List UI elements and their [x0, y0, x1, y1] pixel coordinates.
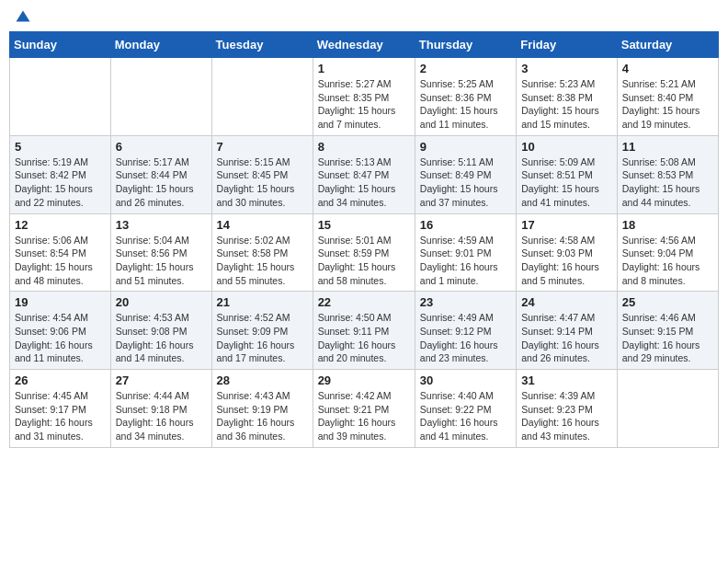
day-of-week-header: Tuesday [211, 32, 313, 58]
calendar-cell [110, 58, 211, 136]
day-info: Sunrise: 4:59 AMSunset: 9:01 PMDaylight:… [420, 234, 511, 288]
day-info: Sunrise: 5:02 AMSunset: 8:58 PMDaylight:… [217, 234, 308, 288]
calendar-cell: 23Sunrise: 4:49 AMSunset: 9:12 PMDayligh… [415, 292, 516, 370]
calendar-week-row: 19Sunrise: 4:54 AMSunset: 9:06 PMDayligh… [10, 292, 719, 370]
calendar-cell: 1Sunrise: 5:27 AMSunset: 8:35 PMDaylight… [313, 58, 415, 136]
day-number: 27 [116, 373, 207, 387]
calendar-cell: 20Sunrise: 4:53 AMSunset: 9:08 PMDayligh… [110, 292, 211, 370]
day-info: Sunrise: 5:13 AMSunset: 8:47 PMDaylight:… [318, 155, 410, 210]
day-info: Sunrise: 5:11 AMSunset: 8:49 PMDaylight:… [420, 155, 511, 210]
day-number: 30 [420, 373, 511, 387]
calendar-cell: 13Sunrise: 5:04 AMSunset: 8:56 PMDayligh… [110, 213, 211, 292]
day-info: Sunrise: 4:49 AMSunset: 9:12 PMDaylight:… [420, 311, 511, 365]
day-info: Sunrise: 5:23 AMSunset: 8:38 PMDaylight:… [521, 77, 612, 132]
day-number: 25 [622, 295, 713, 309]
day-info: Sunrise: 4:52 AMSunset: 9:09 PMDaylight:… [217, 311, 308, 365]
day-number: 5 [15, 140, 106, 154]
day-info: Sunrise: 4:43 AMSunset: 9:19 PMDaylight:… [217, 389, 308, 443]
day-number: 20 [116, 295, 207, 309]
day-info: Sunrise: 5:06 AMSunset: 8:54 PMDaylight:… [15, 234, 106, 288]
page-header [9, 9, 719, 26]
day-info: Sunrise: 4:47 AMSunset: 9:14 PMDaylight:… [521, 311, 612, 365]
day-number: 13 [116, 218, 207, 232]
day-info: Sunrise: 4:53 AMSunset: 9:08 PMDaylight:… [116, 311, 207, 365]
day-number: 1 [318, 62, 410, 75]
day-info: Sunrise: 5:01 AMSunset: 8:59 PMDaylight:… [318, 234, 410, 288]
day-of-week-header: Saturday [617, 32, 718, 58]
calendar-cell: 3Sunrise: 5:23 AMSunset: 8:38 PMDaylight… [517, 58, 618, 136]
calendar-cell: 12Sunrise: 5:06 AMSunset: 8:54 PMDayligh… [10, 213, 111, 292]
day-info: Sunrise: 5:17 AMSunset: 8:44 PMDaylight:… [116, 155, 207, 210]
calendar-table: SundayMondayTuesdayWednesdayThursdayFrid… [9, 31, 719, 448]
calendar-cell: 17Sunrise: 4:58 AMSunset: 9:03 PMDayligh… [517, 213, 618, 292]
day-number: 28 [217, 373, 308, 387]
calendar-cell: 18Sunrise: 4:56 AMSunset: 9:04 PMDayligh… [617, 213, 718, 292]
day-number: 7 [217, 140, 308, 154]
day-number: 3 [521, 62, 612, 75]
day-number: 2 [420, 62, 511, 75]
day-info: Sunrise: 5:15 AMSunset: 8:45 PMDaylight:… [217, 155, 308, 210]
day-number: 22 [318, 295, 410, 309]
day-info: Sunrise: 4:40 AMSunset: 9:22 PMDaylight:… [420, 389, 511, 443]
day-number: 11 [622, 140, 713, 154]
calendar-cell: 16Sunrise: 4:59 AMSunset: 9:01 PMDayligh… [415, 213, 516, 292]
svg-marker-0 [17, 11, 30, 22]
day-number: 15 [318, 218, 410, 232]
day-number: 17 [521, 218, 612, 232]
calendar-cell: 9Sunrise: 5:11 AMSunset: 8:49 PMDaylight… [415, 135, 516, 213]
day-info: Sunrise: 4:46 AMSunset: 9:15 PMDaylight:… [622, 311, 713, 365]
calendar-cell: 8Sunrise: 5:13 AMSunset: 8:47 PMDaylight… [313, 135, 415, 213]
day-number: 12 [15, 218, 106, 232]
day-info: Sunrise: 5:25 AMSunset: 8:36 PMDaylight:… [420, 77, 511, 132]
day-number: 26 [15, 373, 106, 387]
calendar-cell: 29Sunrise: 4:42 AMSunset: 9:21 PMDayligh… [313, 370, 415, 448]
day-info: Sunrise: 4:44 AMSunset: 9:18 PMDaylight:… [116, 389, 207, 443]
day-of-week-header: Thursday [415, 32, 516, 58]
day-info: Sunrise: 5:27 AMSunset: 8:35 PMDaylight:… [318, 77, 410, 132]
day-number: 4 [622, 62, 713, 75]
day-info: Sunrise: 5:21 AMSunset: 8:40 PMDaylight:… [622, 77, 713, 132]
day-number: 6 [116, 140, 207, 154]
calendar-cell: 2Sunrise: 5:25 AMSunset: 8:36 PMDaylight… [415, 58, 516, 136]
calendar-cell [211, 58, 313, 136]
calendar-cell: 14Sunrise: 5:02 AMSunset: 8:58 PMDayligh… [211, 213, 313, 292]
day-number: 18 [622, 218, 713, 232]
day-number: 23 [420, 295, 511, 309]
day-number: 8 [318, 140, 410, 154]
calendar-week-row: 5Sunrise: 5:19 AMSunset: 8:42 PMDaylight… [10, 135, 719, 213]
calendar-cell: 31Sunrise: 4:39 AMSunset: 9:23 PMDayligh… [517, 370, 618, 448]
day-info: Sunrise: 4:39 AMSunset: 9:23 PMDaylight:… [521, 389, 612, 443]
calendar-cell: 24Sunrise: 4:47 AMSunset: 9:14 PMDayligh… [517, 292, 618, 370]
calendar-cell: 28Sunrise: 4:43 AMSunset: 9:19 PMDayligh… [211, 370, 313, 448]
day-info: Sunrise: 4:42 AMSunset: 9:21 PMDaylight:… [318, 389, 410, 443]
day-info: Sunrise: 4:50 AMSunset: 9:11 PMDaylight:… [318, 311, 410, 365]
calendar-cell: 27Sunrise: 4:44 AMSunset: 9:18 PMDayligh… [110, 370, 211, 448]
day-number: 10 [521, 140, 612, 154]
day-number: 21 [217, 295, 308, 309]
calendar-week-row: 12Sunrise: 5:06 AMSunset: 8:54 PMDayligh… [10, 213, 719, 292]
day-number: 19 [15, 295, 106, 309]
day-number: 24 [521, 295, 612, 309]
day-info: Sunrise: 4:45 AMSunset: 9:17 PMDaylight:… [15, 389, 106, 443]
calendar-cell: 22Sunrise: 4:50 AMSunset: 9:11 PMDayligh… [313, 292, 415, 370]
day-number: 14 [217, 218, 308, 232]
day-of-week-header: Sunday [10, 32, 111, 58]
calendar-cell: 5Sunrise: 5:19 AMSunset: 8:42 PMDaylight… [10, 135, 111, 213]
day-info: Sunrise: 4:54 AMSunset: 9:06 PMDaylight:… [15, 311, 106, 365]
calendar-header-row: SundayMondayTuesdayWednesdayThursdayFrid… [10, 32, 719, 58]
day-info: Sunrise: 5:19 AMSunset: 8:42 PMDaylight:… [15, 155, 106, 210]
calendar-cell: 30Sunrise: 4:40 AMSunset: 9:22 PMDayligh… [415, 370, 516, 448]
calendar-cell: 7Sunrise: 5:15 AMSunset: 8:45 PMDaylight… [211, 135, 313, 213]
calendar-cell: 11Sunrise: 5:08 AMSunset: 8:53 PMDayligh… [617, 135, 718, 213]
logo [13, 9, 31, 26]
calendar-cell [10, 58, 111, 136]
calendar-cell: 15Sunrise: 5:01 AMSunset: 8:59 PMDayligh… [313, 213, 415, 292]
calendar-cell: 26Sunrise: 4:45 AMSunset: 9:17 PMDayligh… [10, 370, 111, 448]
day-of-week-header: Wednesday [313, 32, 415, 58]
calendar-cell: 19Sunrise: 4:54 AMSunset: 9:06 PMDayligh… [10, 292, 111, 370]
calendar-cell: 4Sunrise: 5:21 AMSunset: 8:40 PMDaylight… [617, 58, 718, 136]
day-of-week-header: Friday [517, 32, 618, 58]
day-of-week-header: Monday [110, 32, 211, 58]
day-number: 31 [521, 373, 612, 387]
calendar-cell [617, 370, 718, 448]
